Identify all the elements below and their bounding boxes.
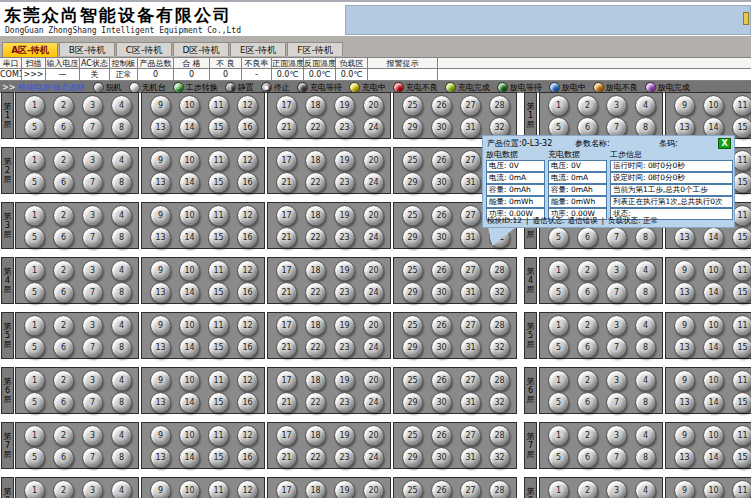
- channel-button[interactable]: 3: [82, 205, 103, 226]
- channel-button[interactable]: 3: [82, 425, 103, 446]
- channel-button[interactable]: 20: [363, 480, 384, 498]
- channel-button[interactable]: 19: [334, 370, 355, 391]
- channel-button[interactable]: 28: [489, 480, 510, 498]
- channel-button[interactable]: 2: [577, 480, 598, 498]
- channel-button[interactable]: 1: [24, 425, 45, 446]
- channel-button[interactable]: 3: [82, 480, 103, 498]
- channel-button[interactable]: 10: [703, 370, 724, 391]
- channel-button[interactable]: 31: [460, 447, 481, 468]
- channel-button[interactable]: 2: [53, 150, 74, 171]
- channel-button[interactable]: 14: [179, 392, 200, 413]
- channel-button[interactable]: 29: [402, 447, 423, 468]
- channel-button[interactable]: 10: [179, 205, 200, 226]
- channel-button[interactable]: 20: [363, 95, 384, 116]
- channel-button[interactable]: 15: [732, 447, 751, 468]
- channel-button[interactable]: 2: [577, 95, 598, 116]
- channel-button[interactable]: 8: [111, 117, 132, 138]
- channel-button[interactable]: 24: [363, 337, 384, 358]
- channel-button[interactable]: 11: [208, 260, 229, 281]
- channel-button[interactable]: 13: [674, 447, 695, 468]
- channel-button[interactable]: 13: [674, 282, 695, 303]
- channel-button[interactable]: 7: [82, 392, 103, 413]
- channel-button[interactable]: 16: [237, 172, 258, 193]
- channel-button[interactable]: 1: [24, 205, 45, 226]
- channel-button[interactable]: 7: [606, 337, 627, 358]
- channel-button[interactable]: 18: [305, 260, 326, 281]
- channel-button[interactable]: 5: [548, 392, 569, 413]
- channel-button[interactable]: 26: [431, 480, 452, 498]
- channel-button[interactable]: 19: [334, 425, 355, 446]
- channel-button[interactable]: 17: [276, 370, 297, 391]
- channel-button[interactable]: 2: [577, 425, 598, 446]
- channel-button[interactable]: 7: [606, 282, 627, 303]
- channel-button[interactable]: 13: [674, 227, 695, 248]
- channel-button[interactable]: 16: [237, 117, 258, 138]
- channel-button[interactable]: 7: [82, 282, 103, 303]
- channel-button[interactable]: 15: [732, 227, 751, 248]
- channel-button[interactable]: 10: [179, 480, 200, 498]
- channel-button[interactable]: 15: [208, 447, 229, 468]
- channel-button[interactable]: 14: [703, 337, 724, 358]
- channel-button[interactable]: 26: [431, 150, 452, 171]
- channel-button[interactable]: 24: [363, 117, 384, 138]
- channel-button[interactable]: 14: [703, 282, 724, 303]
- channel-button[interactable]: 7: [606, 227, 627, 248]
- channel-button[interactable]: 30: [431, 172, 452, 193]
- channel-button[interactable]: 24: [363, 282, 384, 303]
- channel-button[interactable]: 25: [402, 260, 423, 281]
- channel-button[interactable]: 10: [179, 315, 200, 336]
- channel-button[interactable]: 9: [674, 260, 695, 281]
- channel-button[interactable]: 20: [363, 150, 384, 171]
- channel-button[interactable]: 17: [276, 95, 297, 116]
- channel-button[interactable]: 20: [363, 315, 384, 336]
- channel-button[interactable]: 6: [53, 117, 74, 138]
- tab-zone-0[interactable]: A区-待机: [2, 42, 58, 57]
- legend-title-link[interactable]: 移动电源-状态说明: [18, 83, 85, 92]
- channel-button[interactable]: 19: [334, 315, 355, 336]
- channel-button[interactable]: 31: [460, 227, 481, 248]
- channel-button[interactable]: 6: [53, 172, 74, 193]
- channel-button[interactable]: 24: [363, 447, 384, 468]
- channel-button[interactable]: 16: [237, 337, 258, 358]
- channel-button[interactable]: 10: [179, 150, 200, 171]
- channel-button[interactable]: 31: [460, 392, 481, 413]
- channel-button[interactable]: 8: [635, 227, 656, 248]
- channel-button[interactable]: 6: [53, 227, 74, 248]
- channel-button[interactable]: 15: [208, 172, 229, 193]
- channel-button[interactable]: 11: [732, 95, 751, 116]
- channel-button[interactable]: 29: [402, 172, 423, 193]
- channel-button[interactable]: 22: [305, 337, 326, 358]
- channel-button[interactable]: 27: [460, 370, 481, 391]
- channel-button[interactable]: 11: [732, 260, 751, 281]
- channel-button[interactable]: 4: [635, 95, 656, 116]
- tab-zone-1[interactable]: B区-待机: [59, 42, 115, 56]
- channel-button[interactable]: 22: [305, 392, 326, 413]
- channel-button[interactable]: 23: [334, 117, 355, 138]
- channel-button[interactable]: 21: [276, 227, 297, 248]
- channel-button[interactable]: 27: [460, 480, 481, 498]
- channel-button[interactable]: 24: [363, 392, 384, 413]
- channel-button[interactable]: 21: [276, 337, 297, 358]
- channel-button[interactable]: 24: [363, 227, 384, 248]
- channel-button[interactable]: 19: [334, 205, 355, 226]
- channel-button[interactable]: 28: [489, 370, 510, 391]
- channel-button[interactable]: 23: [334, 227, 355, 248]
- channel-button[interactable]: 3: [606, 425, 627, 446]
- channel-button[interactable]: 14: [703, 227, 724, 248]
- channel-button[interactable]: 9: [150, 370, 171, 391]
- channel-button[interactable]: 8: [635, 337, 656, 358]
- channel-button[interactable]: 12: [237, 95, 258, 116]
- channel-button[interactable]: 1: [548, 315, 569, 336]
- channel-button[interactable]: 31: [460, 282, 481, 303]
- channel-button[interactable]: 31: [460, 172, 481, 193]
- channel-button[interactable]: 26: [431, 425, 452, 446]
- channel-button[interactable]: 4: [111, 480, 132, 498]
- channel-button[interactable]: 18: [305, 95, 326, 116]
- channel-button[interactable]: 9: [150, 480, 171, 498]
- channel-button[interactable]: 21: [276, 172, 297, 193]
- channel-button[interactable]: 14: [179, 172, 200, 193]
- channel-button[interactable]: 10: [179, 260, 200, 281]
- channel-button[interactable]: 18: [305, 315, 326, 336]
- channel-button[interactable]: 30: [431, 447, 452, 468]
- channel-button[interactable]: 18: [305, 425, 326, 446]
